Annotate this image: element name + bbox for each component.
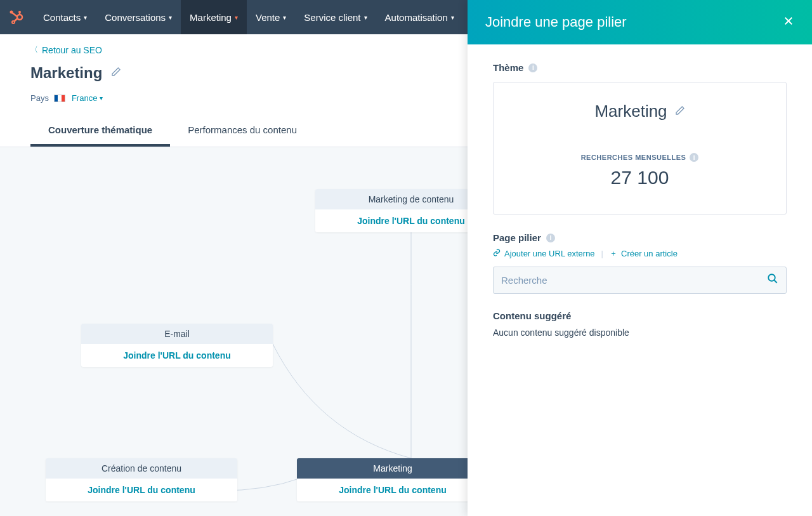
nav-item-automatisation[interactable]: Automatisation▾	[376, 0, 463, 34]
pillar-node[interactable]: Marketing Joindre l'URL du contenu	[297, 458, 488, 501]
theme-section-label: Thème i	[493, 62, 787, 73]
tab-performance[interactable]: Performances du contenu	[170, 116, 315, 147]
nav-items: Contacts▾ Conversations▾ Marketing▾ Vent…	[34, 0, 526, 34]
pillar-search-input[interactable]	[501, 275, 767, 286]
info-icon[interactable]: i	[546, 234, 555, 242]
hubspot-logo[interactable]	[8, 8, 25, 26]
nav-item-service[interactable]: Service client▾	[295, 0, 376, 34]
metric-value: 27 100	[506, 167, 773, 189]
topic-node[interactable]: E-mail Joindre l'URL du contenu	[81, 324, 273, 367]
close-icon[interactable]	[783, 15, 794, 30]
add-external-url-link[interactable]: Ajouter une URL externe	[493, 249, 595, 258]
svg-line-10	[774, 280, 777, 283]
nav-item-contacts[interactable]: Contacts▾	[34, 0, 96, 34]
pillar-page-panel: Joindre une page pilier Thème i Marketin…	[468, 0, 812, 516]
pillar-search-box[interactable]	[493, 267, 787, 294]
svg-line-5	[12, 13, 17, 17]
panel-title: Joindre une page pilier	[485, 14, 627, 30]
nav-item-conversations[interactable]: Conversations▾	[96, 0, 181, 34]
chevron-left-icon: 〈	[30, 44, 38, 55]
chevron-down-icon: ▾	[364, 14, 367, 21]
node-title: E-mail	[81, 324, 273, 344]
theme-name: Marketing	[594, 102, 667, 121]
svg-point-1	[18, 11, 21, 13]
chevron-down-icon: ▾	[451, 14, 454, 21]
country-label: Pays	[30, 93, 49, 103]
flag-france-icon	[54, 95, 65, 102]
nav-item-vente[interactable]: Vente▾	[247, 0, 295, 34]
nav-item-marketing[interactable]: Marketing▾	[181, 0, 247, 34]
node-attach-link[interactable]: Joindre l'URL du contenu	[46, 479, 237, 501]
chevron-down-icon: ▾	[84, 14, 87, 21]
svg-point-6	[10, 11, 13, 14]
page-title: Marketing	[30, 64, 102, 82]
node-title: Création de contenu	[46, 458, 237, 479]
country-selector[interactable]: France ▾	[72, 93, 103, 103]
svg-point-4	[12, 21, 15, 23]
suggested-content-label: Contenu suggéré	[493, 310, 787, 321]
create-article-link[interactable]: ＋ Créer un article	[610, 248, 678, 259]
info-icon[interactable]: i	[690, 153, 698, 162]
plus-icon: ＋	[610, 248, 617, 259]
tab-coverage[interactable]: Couverture thématique	[30, 116, 170, 147]
link-icon	[493, 249, 501, 258]
suggested-content-empty: Aucun contenu suggéré disponible	[493, 327, 787, 338]
separator: |	[601, 249, 603, 258]
edit-theme-icon[interactable]	[675, 105, 685, 118]
node-attach-link[interactable]: Joindre l'URL du contenu	[297, 479, 488, 501]
node-attach-link[interactable]: Joindre l'URL du contenu	[81, 344, 273, 367]
topic-node[interactable]: Création de contenu Joindre l'URL du con…	[46, 458, 237, 501]
info-icon[interactable]: i	[528, 63, 537, 72]
search-icon[interactable]	[767, 273, 778, 288]
chevron-down-icon: ▾	[169, 14, 172, 21]
edit-title-icon[interactable]	[111, 67, 121, 79]
metric-label: RECHERCHES MENSUELLES i	[506, 153, 773, 162]
theme-card: Marketing RECHERCHES MENSUELLES i 27 100	[493, 82, 787, 215]
pillar-section-label: Page pilier i	[493, 232, 787, 243]
chevron-down-icon: ▾	[100, 95, 103, 102]
node-title: Marketing	[297, 458, 488, 479]
back-link-label: Retour au SEO	[42, 45, 102, 55]
panel-header: Joindre une page pilier	[468, 0, 812, 44]
chevron-down-icon: ▾	[235, 14, 238, 21]
chevron-down-icon: ▾	[283, 14, 286, 21]
svg-point-9	[768, 274, 775, 281]
